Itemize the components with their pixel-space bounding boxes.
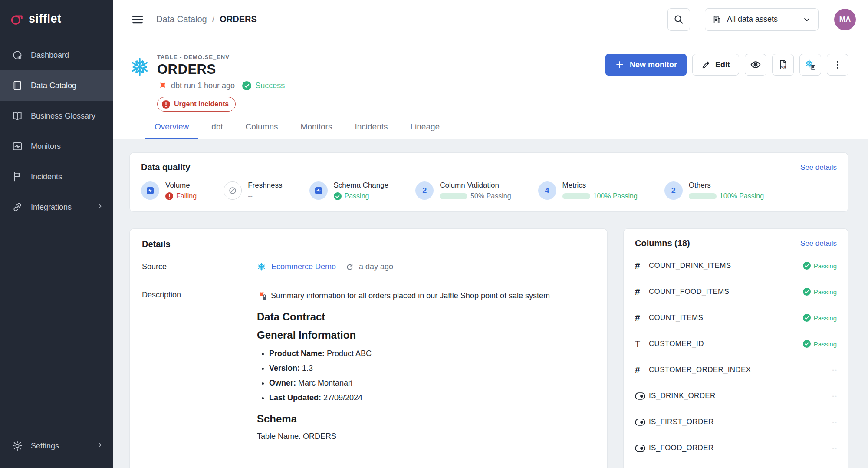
asset-header: TABLE - DEMO.SE_ENV ORDERS dbt run 1 hou…: [113, 39, 868, 139]
disabled-rule-icon: [224, 181, 242, 200]
snowflake-external-icon: [805, 59, 816, 70]
sidebar-item-monitors[interactable]: Monitors: [0, 131, 113, 161]
doc-heading-general-information: General Information: [257, 329, 595, 341]
edit-button[interactable]: Edit: [692, 54, 739, 76]
sidebar-item-label: Settings: [31, 442, 59, 451]
source-row: Source Ecommerce Demo a day ago: [142, 262, 595, 271]
source-label: Source: [142, 262, 257, 271]
asset-status-row: dbt run 1 hour ago Success: [157, 81, 285, 91]
source-link[interactable]: Ecommerce Demo: [271, 262, 336, 271]
data-quality-card: Data quality See details Volume Failing: [129, 152, 848, 212]
catalog-book-icon: [11, 80, 23, 92]
asset-text: TABLE - DEMO.SE_ENV ORDERS dbt run 1 hou…: [157, 54, 285, 112]
header-actions: New monitor Edit SQL: [605, 54, 848, 76]
menu-toggle-icon[interactable]: [130, 12, 145, 27]
column-row-count_food_items[interactable]: # COUNT_FOOD_ITEMS Passing: [635, 279, 837, 305]
data-quality-items: Volume Failing Freshness -- S: [141, 181, 837, 200]
data-quality-title: Data quality: [141, 162, 190, 172]
plug-icon: [11, 201, 23, 213]
data-quality-item[interactable]: Schema Change Passing: [309, 181, 389, 200]
columns-see-details-link[interactable]: See details: [800, 239, 837, 248]
new-monitor-button[interactable]: New monitor: [605, 54, 687, 76]
tab-dbt[interactable]: dbt: [202, 122, 232, 139]
doc-table-name: Table Name: ORDERS: [257, 432, 595, 441]
columns-card: Columns (18) See details # COUNT_DRINK_I…: [623, 228, 848, 468]
details-title: Details: [142, 239, 595, 249]
rule-count-badge: 2: [664, 181, 683, 200]
doc-heading-schema: Schema: [257, 413, 595, 425]
sql-button[interactable]: SQL: [772, 54, 794, 76]
data-quality-item[interactable]: 4 Metrics 100% Passing: [538, 181, 638, 200]
boolean-type-icon: [635, 445, 645, 452]
sidebar-item-business-glossary[interactable]: Business Glossary: [0, 101, 113, 131]
breadcrumb-parent[interactable]: Data Catalog: [156, 14, 207, 24]
number-type-icon: #: [635, 287, 640, 297]
tab-bar: OverviewdbtColumnsMonitorsIncidentsLinea…: [129, 122, 848, 139]
tab-monitors[interactable]: Monitors: [291, 122, 342, 139]
breadcrumb-current: ORDERS: [220, 14, 257, 24]
urgent-incidents-badge[interactable]: Urgent incidents: [157, 97, 236, 112]
column-row-count_items[interactable]: # COUNT_ITEMS Passing: [635, 305, 837, 331]
topbar-right: All data assets MA: [667, 8, 856, 31]
more-actions-button[interactable]: [827, 54, 848, 76]
column-row-is_first_order[interactable]: IS_FIRST_ORDER --: [635, 409, 837, 435]
column-row-is_food_order[interactable]: IS_FOOD_ORDER --: [635, 435, 837, 461]
doc-bullet: Version: 1.3: [269, 364, 595, 373]
data-quality-see-details-link[interactable]: See details: [800, 163, 837, 172]
data-quality-item[interactable]: 2 Others 100% Passing: [664, 181, 764, 200]
rule-count-badge: 2: [415, 181, 434, 200]
tab-lineage[interactable]: Lineage: [401, 122, 450, 139]
sidebar-item-integrations[interactable]: Integrations: [0, 192, 113, 222]
columns-list: # COUNT_DRINK_ITEMS Passing # COUNT_FOOD…: [635, 253, 837, 461]
search-icon: [674, 14, 684, 25]
avatar[interactable]: MA: [834, 9, 856, 30]
passing-progress-bar: [440, 193, 467, 199]
new-monitor-label: New monitor: [630, 60, 677, 69]
data-quality-item[interactable]: 2 Column Validation 50% Passing: [415, 181, 511, 200]
asset-type-label: TABLE - DEMO.SE_ENV: [157, 54, 285, 60]
data-quality-item[interactable]: Freshness --: [224, 181, 282, 200]
boolean-type-icon: [635, 392, 645, 400]
columns-title: Columns (18): [635, 238, 690, 248]
description-text: Summary information for all orders place…: [271, 290, 550, 301]
main-area: Data Catalog / ORDERS All data assets MA: [113, 0, 868, 468]
exclamation-circle-icon: [165, 192, 173, 200]
chevron-down-icon: [802, 15, 811, 24]
sidebar-item-incidents[interactable]: Incidents: [0, 161, 113, 192]
content: Data quality See details Volume Failing: [113, 139, 868, 468]
data-assets-dropdown[interactable]: All data assets: [705, 8, 819, 31]
topbar: Data Catalog / ORDERS All data assets MA: [113, 0, 868, 39]
sidebar-item-dashboard[interactable]: Dashboard: [0, 40, 113, 70]
search-button[interactable]: [667, 8, 690, 31]
column-row-is_drink_order[interactable]: IS_DRINK_ORDER --: [635, 383, 837, 409]
preview-button[interactable]: [745, 54, 766, 76]
data-quality-item[interactable]: Volume Failing: [141, 181, 197, 200]
column-row-count_drink_items[interactable]: # COUNT_DRINK_ITEMS Passing: [635, 253, 837, 279]
doc-heading-data-contract: Data Contract: [257, 311, 595, 323]
number-type-icon: #: [635, 313, 640, 323]
svg-text:SQL: SQL: [781, 66, 787, 69]
number-type-icon: #: [635, 260, 640, 271]
doc-bullet: Last Updated: 27/09/2024: [269, 393, 595, 402]
tab-columns[interactable]: Columns: [236, 122, 288, 139]
column-row-customer_id[interactable]: T CUSTOMER_ID Passing: [635, 331, 837, 357]
sql-file-icon: SQL: [777, 59, 789, 70]
details-card: Details Source Ecommerce Demo a day ago …: [129, 228, 608, 468]
text-type-icon: T: [635, 339, 640, 349]
logo-wordmark: sifflet: [29, 12, 62, 26]
sidebar-item-settings[interactable]: Settings: [0, 431, 113, 461]
kebab-menu-icon: [832, 59, 843, 70]
monitor-icon: [11, 141, 23, 152]
sidebar-nav: Dashboard Data Catalog Business Glossary: [0, 40, 113, 222]
open-in-snowflake-button[interactable]: [799, 54, 821, 76]
data-assets-dropdown-value: All data assets: [727, 15, 797, 24]
edit-label: Edit: [715, 60, 730, 69]
column-row-customer_order_index[interactable]: # CUSTOMER_ORDER_INDEX --: [635, 357, 837, 383]
tab-overview[interactable]: Overview: [145, 122, 198, 139]
doc-bullet: Product Name: Product ABC: [269, 349, 595, 358]
gear-icon: [11, 440, 23, 452]
check-circle-icon: [803, 288, 811, 296]
tab-incidents[interactable]: Incidents: [345, 122, 397, 139]
dashboard-icon: [11, 49, 23, 61]
sidebar-item-data-catalog[interactable]: Data Catalog: [0, 70, 113, 101]
